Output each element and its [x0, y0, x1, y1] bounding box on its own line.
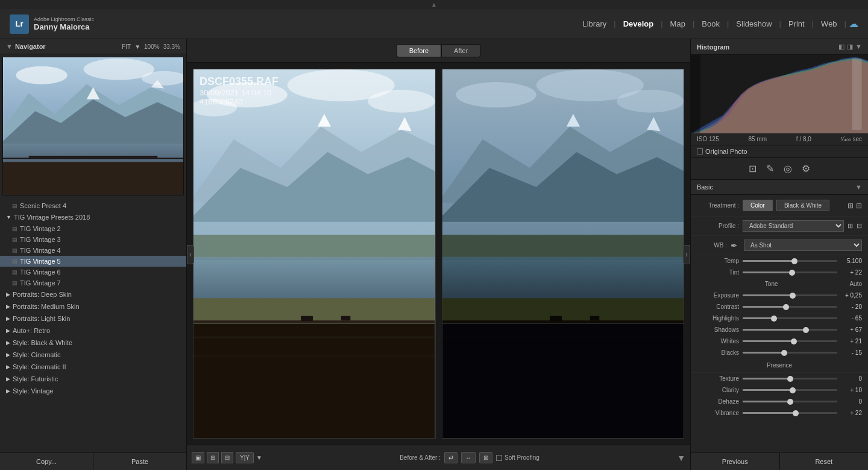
dehaze-slider-track[interactable] — [743, 401, 837, 402]
svg-rect-40 — [442, 298, 684, 323]
preset-group-tig-vintage[interactable]: ▼ TIG Vintage Presets 2018 — [0, 211, 186, 223]
survey-view-btn[interactable]: ⊟ — [221, 452, 233, 463]
layout-btn[interactable]: ⊠ — [479, 452, 492, 463]
masking-tool[interactable]: ⚙ — [802, 163, 810, 174]
cloud-sync-icon[interactable]: ☁ — [849, 18, 858, 30]
tone-auto-btn[interactable]: Auto — [849, 281, 862, 287]
after-image — [442, 69, 684, 438]
treatment-label: Treatment : — [697, 202, 739, 209]
preset-group-style-bw[interactable]: ▶ Style: Black & White — [0, 337, 186, 349]
presence-label: Presence — [691, 358, 868, 373]
nav-library[interactable]: Library — [578, 17, 612, 31]
preset-icon: ▤ — [12, 247, 17, 253]
compare-view-btn[interactable]: ⊞ — [207, 452, 219, 463]
profile-browse-btn[interactable]: ⊞ — [848, 222, 853, 230]
profile-icon[interactable]: ⊟ — [857, 222, 862, 230]
original-photo-checkbox[interactable] — [697, 148, 703, 154]
blacks-slider-track[interactable] — [743, 352, 837, 354]
paste-button[interactable]: Paste — [93, 453, 186, 470]
grid-view-btn[interactable]: ▣ — [192, 452, 204, 463]
color-treatment-btn[interactable]: Color — [743, 200, 773, 211]
group-arrow-icon: ▶ — [6, 376, 10, 382]
soft-proof-checkbox[interactable] — [496, 455, 502, 461]
nav-slideshow[interactable]: Slideshow — [731, 17, 776, 31]
temp-slider-track[interactable] — [743, 260, 837, 262]
preset-tig-vintage-3[interactable]: ▤ TIG Vintage 3 — [0, 234, 186, 245]
preset-group-style-vintage[interactable]: ▶ Style: Vintage — [0, 385, 186, 397]
whites-slider-track[interactable] — [743, 340, 837, 342]
temp-slider-row: Temp 5.100 — [691, 255, 868, 267]
vibrance-slider-row: Vibrance + 22 — [691, 407, 868, 419]
previous-button[interactable]: Previous — [691, 453, 780, 470]
clarity-slider-track[interactable] — [743, 389, 837, 391]
preset-tig-vintage-7[interactable]: ▤ TIG Vintage 7 — [0, 278, 186, 288]
tint-slider-track[interactable] — [743, 272, 837, 273]
toolbar-down-arrow[interactable]: ▼ — [677, 453, 685, 463]
copy-button[interactable]: Copy... — [0, 453, 93, 470]
top-collapse-arrow[interactable]: ▲ — [431, 1, 437, 8]
nav-book[interactable]: Book — [697, 17, 725, 31]
nav-map[interactable]: Map — [665, 17, 690, 31]
after-button[interactable]: After — [441, 44, 480, 57]
nav-web[interactable]: Web — [816, 17, 842, 31]
highlights-slider-track[interactable] — [743, 317, 837, 319]
left-panel-toggle[interactable]: ‹ — [187, 245, 194, 264]
before-button[interactable]: Before — [397, 44, 441, 57]
photo-date: 30/09/2021 14:04:10 — [200, 88, 278, 97]
wb-select[interactable]: As Shot — [744, 240, 862, 251]
soft-proofing-toggle[interactable]: Soft Proofing — [496, 454, 539, 461]
preset-group-style-cinematic-ii[interactable]: ▶ Style: Cinematic II — [0, 361, 186, 373]
contrast-slider-track[interactable] — [743, 306, 837, 308]
preset-group-portraits-medium[interactable]: ▶ Portraits: Medium Skin — [0, 300, 186, 313]
yy-btn[interactable]: Y|Y — [236, 452, 254, 463]
zoom-33[interactable]: 33.3% — [163, 43, 180, 50]
dehaze-label: Dehaze — [697, 398, 739, 405]
nav-develop[interactable]: Develop — [618, 17, 659, 31]
vibrance-slider-track[interactable] — [743, 412, 837, 414]
exposure-slider-track[interactable] — [743, 294, 837, 296]
shadows-slider-track[interactable] — [743, 329, 837, 331]
preset-group-style-cinematic[interactable]: ▶ Style: Cinematic — [0, 349, 186, 361]
treatment-icon-2[interactable]: ⊟ — [856, 202, 862, 210]
preset-group-auto-retro[interactable]: ▶ Auto+: Retro — [0, 325, 186, 337]
highlights-value: - 65 — [841, 315, 862, 322]
heal-tool[interactable]: ✎ — [766, 163, 774, 174]
bw-treatment-btn[interactable]: Black & White — [776, 200, 829, 211]
zoom-100[interactable]: 100% — [144, 43, 160, 50]
preset-tig-vintage-2[interactable]: ▤ TIG Vintage 2 — [0, 223, 186, 234]
svg-rect-47 — [852, 59, 862, 130]
reset-button[interactable]: Reset — [780, 453, 869, 470]
svg-rect-43 — [590, 316, 599, 320]
svg-marker-38 — [442, 235, 684, 260]
temp-value: 5.100 — [841, 258, 862, 264]
before-image — [193, 69, 435, 438]
preset-tig-vintage-4[interactable]: ▤ TIG Vintage 4 — [0, 245, 186, 256]
aperture-value: f / 8,0 — [796, 136, 811, 142]
texture-slider-track[interactable] — [743, 378, 837, 379]
eyedropper-icon[interactable]: ✒ — [731, 241, 738, 250]
group-arrow-icon: ▶ — [6, 364, 10, 370]
copy-settings-btn[interactable]: ↔ — [461, 452, 476, 463]
basic-collapse[interactable]: ▼ — [855, 183, 862, 191]
after-photo-pane — [442, 69, 685, 439]
profile-select[interactable]: Adobe Standard — [743, 220, 844, 232]
histogram-title: Histogram — [697, 43, 729, 51]
photo-info: DSCF0355.RAF 30/09/2021 14:04:10 4160 x … — [200, 75, 278, 106]
treatment-icon-1[interactable]: ⊞ — [848, 202, 854, 210]
histogram-collapse[interactable]: ▼ — [855, 43, 862, 51]
preset-scenic-4[interactable]: ▤ Scenic Preset 4 — [0, 200, 186, 211]
swap-btn[interactable]: ⇄ — [444, 452, 458, 463]
fit-control[interactable]: FIT — [122, 43, 131, 50]
red-eye-tool[interactable]: ◎ — [784, 163, 792, 174]
right-panel-toggle[interactable]: › — [683, 245, 690, 264]
histogram-clip-shadows[interactable]: ◧ — [838, 43, 844, 51]
preset-group-style-futuristic[interactable]: ▶ Style: Futuristic — [0, 373, 186, 385]
preset-group-portraits-deep[interactable]: ▶ Portraits: Deep Skin — [0, 288, 186, 300]
crop-tool[interactable]: ⊡ — [749, 163, 756, 174]
preset-tig-vintage-5[interactable]: ▤ TIG Vintage 5 — [0, 256, 186, 267]
nav-print[interactable]: Print — [784, 17, 810, 31]
histogram-clip-highlights[interactable]: ◨ — [847, 43, 853, 51]
original-photo-row[interactable]: Original Photo — [691, 145, 868, 158]
preset-tig-vintage-6[interactable]: ▤ TIG Vintage 6 — [0, 267, 186, 278]
preset-group-portraits-light[interactable]: ▶ Portraits: Light Skin — [0, 313, 186, 325]
